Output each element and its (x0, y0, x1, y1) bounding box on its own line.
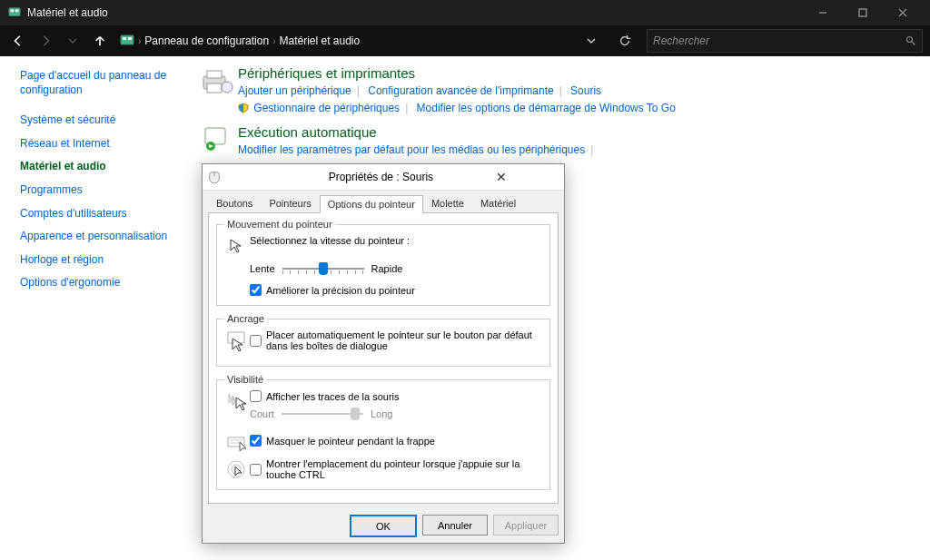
tab-pointers[interactable]: Pointeurs (261, 194, 319, 212)
tab-hardware[interactable]: Matériel (472, 194, 524, 212)
svg-line-11 (912, 42, 915, 45)
svg-rect-4 (859, 9, 866, 16)
svg-rect-16 (205, 128, 225, 144)
speed-fast-label: Rapide (371, 263, 403, 274)
close-button[interactable] (883, 0, 923, 25)
trails-icon (224, 390, 250, 410)
search-icon (905, 35, 916, 46)
sidebar-item-ease[interactable]: Options d'ergonomie (20, 276, 193, 290)
link-mouse[interactable]: Souris (570, 84, 601, 97)
svg-rect-2 (15, 10, 19, 13)
sidebar: Page d'accueil du panneau de configurati… (0, 56, 198, 560)
sidebar-item-hardware[interactable]: Matériel et audio (20, 160, 193, 174)
navbar: › Panneau de configuration › Matériel et… (0, 25, 930, 56)
svg-rect-13 (207, 71, 222, 78)
svg-point-15 (222, 82, 232, 93)
speed-label: Sélectionnez la vitesse du pointeur : (250, 235, 542, 246)
pointer-speed-icon (224, 235, 250, 255)
hide-typing-icon (224, 435, 250, 453)
shield-icon (238, 103, 249, 113)
up-button[interactable] (89, 30, 111, 52)
svg-point-10 (907, 37, 913, 43)
trails-long-label: Long (371, 408, 392, 419)
sidebar-home[interactable]: Page d'accueil du panneau de configurati… (20, 69, 193, 97)
group-snap-legend: Ancrage (224, 313, 267, 324)
group-movement: Mouvement du pointeur Sélectionnez la vi… (216, 219, 550, 306)
printer-icon (198, 65, 238, 103)
pointer-speed-slider[interactable] (282, 260, 364, 277)
ctrl-locate-icon (224, 458, 250, 480)
address-dropdown-button[interactable] (587, 36, 608, 45)
trails-short-label: Court (250, 408, 274, 419)
category-title[interactable]: Périphériques et imprimantes (238, 65, 912, 81)
back-button[interactable] (7, 30, 29, 52)
snap-to-default-checkbox[interactable]: Placer automatiquement le pointeur sur l… (250, 329, 542, 351)
cancel-button[interactable]: Annuler (422, 515, 488, 535)
trails-length-slider (282, 406, 363, 422)
breadcrumb-root[interactable]: Panneau de configuration (144, 34, 269, 47)
apply-button: Appliquer (493, 515, 559, 535)
tab-wheel[interactable]: Molette (423, 194, 472, 212)
minimize-button[interactable] (803, 0, 843, 25)
ok-button[interactable]: OK (350, 515, 417, 537)
dialog-tabs: Boutons Pointeurs Options du pointeur Mo… (203, 191, 564, 212)
svg-rect-14 (207, 84, 222, 93)
svg-rect-9 (128, 37, 132, 40)
sidebar-item-programs[interactable]: Programmes (20, 183, 193, 198)
search-input[interactable]: Rechercher (647, 29, 923, 53)
category-title[interactable]: Exécution automatique (238, 124, 912, 140)
search-placeholder: Rechercher (653, 34, 905, 47)
show-on-ctrl-checkbox[interactable]: Montrer l'emplacement du pointeur lorsqu… (250, 458, 542, 480)
group-snap: Ancrage Placer automatiquement le pointe… (216, 313, 550, 367)
titlebar: Matériel et audio (0, 0, 930, 25)
chevron-right-icon: › (272, 36, 275, 46)
autoplay-icon (198, 124, 238, 162)
sidebar-item-network[interactable]: Réseau et Internet (20, 137, 193, 152)
sidebar-item-accounts[interactable]: Comptes d'utilisateurs (20, 207, 193, 221)
speed-slow-label: Lente (250, 263, 275, 274)
link-windows-togo[interactable]: Modifier les options de démarrage de Win… (417, 102, 676, 114)
category-devices-printers: Périphériques et imprimantes Ajouter un … (198, 65, 912, 117)
svg-rect-1 (11, 10, 15, 13)
dialog-close-button[interactable]: ✕ (443, 170, 559, 184)
link-add-device[interactable]: Ajouter un périphérique (238, 84, 351, 97)
hide-while-typing-checkbox[interactable]: Masquer le pointeur pendant la frappe (250, 435, 542, 447)
tab-pointer-options[interactable]: Options du pointeur (320, 195, 423, 213)
address-bar[interactable]: › Panneau de configuration › Matériel et… (116, 34, 608, 48)
svg-rect-8 (123, 37, 126, 40)
control-panel-icon (7, 5, 22, 20)
path-icon (120, 34, 134, 48)
window-title: Matériel et audio (27, 6, 803, 19)
sidebar-item-appearance[interactable]: Apparence et personnalisation (20, 230, 193, 244)
link-device-manager[interactable]: Gestionnaire de périphériques (253, 102, 400, 114)
forward-button[interactable] (35, 30, 56, 52)
mouse-properties-dialog: Propriétés de : Souris ✕ Boutons Pointeu… (202, 163, 565, 544)
refresh-button[interactable] (614, 34, 636, 47)
sidebar-item-system[interactable]: Système et sécurité (20, 113, 193, 128)
chevron-right-icon: › (138, 36, 141, 46)
sidebar-item-clock[interactable]: Horloge et région (20, 253, 193, 268)
tab-buttons[interactable]: Boutons (208, 194, 261, 212)
pointer-trails-checkbox[interactable]: Afficher les traces de la souris (250, 390, 542, 402)
maximize-button[interactable] (843, 0, 883, 25)
group-visibility: Visibilité Afficher les traces de la sou… (216, 374, 550, 490)
dialog-title: Propriétés de : Souris (329, 171, 444, 183)
group-movement-legend: Mouvement du pointeur (224, 219, 335, 230)
mouse-icon (208, 170, 323, 184)
breadcrumb-current[interactable]: Matériel et audio (279, 34, 360, 47)
recent-locations-button[interactable] (62, 30, 84, 52)
dialog-titlebar[interactable]: Propriétés de : Souris ✕ (203, 164, 564, 191)
enhance-precision-checkbox[interactable]: Améliorer la précision du pointeur (250, 284, 542, 296)
link-advanced-printer[interactable]: Configuration avancée de l'imprimante (368, 84, 553, 97)
link-autoplay-defaults[interactable]: Modifier les paramètres par défaut pour … (238, 143, 585, 156)
snap-icon (224, 329, 250, 351)
group-visibility-legend: Visibilité (224, 374, 266, 385)
